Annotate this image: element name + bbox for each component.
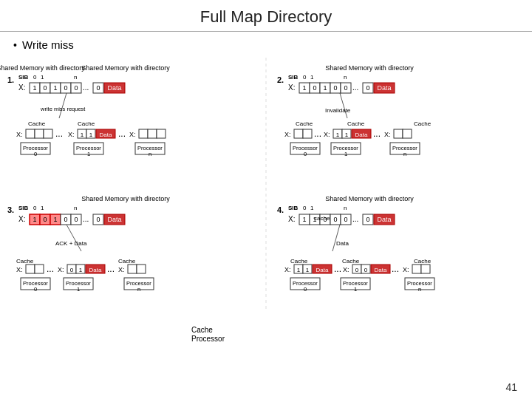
svg-rect-201 (421, 265, 430, 273)
svg-text:Data: Data (316, 267, 329, 273)
svg-text:Write miss: Write miss (22, 38, 74, 51)
svg-text:...: ... (392, 264, 399, 274)
svg-text:0: 0 (74, 84, 78, 92)
svg-text:X:: X: (118, 266, 125, 273)
svg-text:Shared Memory with directory: Shared Memory with directory (0, 64, 85, 72)
svg-text:1.: 1. (7, 75, 14, 84)
svg-text:0: 0 (34, 286, 37, 293)
svg-text:n: n (344, 205, 347, 211)
svg-line-77 (340, 93, 347, 118)
svg-text:0: 0 (364, 267, 368, 273)
svg-text:0: 0 (96, 84, 100, 92)
svg-rect-132 (26, 265, 35, 273)
svg-text:Cache: Cache (118, 258, 136, 265)
svg-text:1: 1 (33, 84, 36, 92)
svg-text:2.: 2. (277, 75, 284, 84)
svg-rect-32 (44, 129, 52, 138)
svg-text:...: ... (83, 83, 89, 92)
svg-text:0: 0 (64, 84, 67, 92)
svg-text:SIB: SIB (18, 74, 29, 81)
svg-text:X:: X: (324, 131, 330, 138)
svg-text:Invalidate: Invalidate (325, 107, 351, 114)
svg-text:1: 1 (41, 205, 44, 211)
svg-text:Cache: Cache (16, 258, 34, 265)
svg-text:Data: Data (377, 216, 391, 223)
svg-text:Shared Memory with directory: Shared Memory with directory (325, 195, 414, 202)
svg-line-178 (332, 225, 340, 251)
svg-text:...: ... (352, 83, 358, 92)
svg-text:X:: X: (16, 266, 23, 273)
svg-text:Data: Data (107, 216, 121, 223)
svg-text:...: ... (83, 215, 89, 223)
svg-text:...: ... (314, 129, 321, 139)
svg-text:1: 1 (81, 132, 84, 138)
svg-text:Data: Data (336, 240, 349, 247)
svg-text:X:: X: (284, 131, 291, 138)
svg-text:cache: cache (314, 215, 330, 222)
svg-text:0: 0 (43, 84, 47, 92)
svg-text:1: 1 (310, 74, 314, 81)
svg-text:1: 1 (41, 74, 44, 81)
svg-text:1: 1 (306, 267, 310, 273)
page-title: Full Map Directory (0, 0, 532, 32)
svg-text:write miss request: write miss request (40, 106, 86, 112)
svg-text:...: ... (334, 264, 341, 274)
svg-text:1: 1 (345, 132, 349, 138)
svg-text:0: 0 (303, 205, 307, 211)
svg-text:X:: X: (16, 131, 23, 138)
svg-text:•: • (13, 39, 17, 51)
svg-text:Shared Memory with directory: Shared Memory with directory (81, 64, 170, 72)
svg-rect-84 (303, 129, 312, 138)
svg-text:0: 0 (70, 267, 74, 273)
svg-text:Cache: Cache (78, 120, 95, 127)
svg-text:Cache: Cache (414, 258, 432, 265)
svg-text:n: n (74, 74, 77, 81)
svg-text:Data: Data (355, 132, 368, 138)
svg-text:X:: X: (18, 215, 25, 223)
svg-rect-146 (137, 265, 146, 273)
svg-text:X:: X: (384, 131, 391, 138)
svg-text:4.: 4. (277, 205, 284, 214)
svg-text:X:: X: (284, 266, 291, 273)
svg-text:0: 0 (355, 267, 359, 273)
svg-text:0: 0 (304, 286, 307, 293)
svg-text:1: 1 (53, 216, 57, 223)
svg-text:0: 0 (366, 84, 369, 92)
svg-text:...: ... (373, 129, 381, 139)
svg-text:X:: X: (68, 131, 75, 138)
svg-rect-83 (294, 129, 303, 138)
svg-rect-133 (35, 265, 44, 273)
svg-text:...: ... (352, 215, 358, 223)
svg-text:Data: Data (89, 267, 102, 273)
svg-text:1: 1 (53, 84, 57, 92)
svg-text:Shared Memory with directory: Shared Memory with directory (325, 64, 414, 72)
svg-text:n: n (403, 151, 406, 157)
svg-text:0: 0 (64, 216, 67, 223)
svg-text:...: ... (47, 264, 54, 274)
svg-rect-145 (128, 265, 137, 273)
svg-text:X:: X: (18, 83, 25, 92)
svg-text:X:: X: (403, 266, 409, 273)
svg-text:ACK + Data: ACK + Data (55, 240, 87, 247)
svg-text:Data: Data (377, 84, 391, 92)
svg-text:n: n (137, 286, 140, 293)
svg-text:3.: 3. (7, 205, 14, 214)
svg-text:0: 0 (333, 84, 337, 92)
svg-text:SIB: SIB (288, 205, 299, 211)
svg-text:1: 1 (79, 267, 83, 273)
svg-text:1: 1 (354, 286, 357, 293)
svg-text:0: 0 (344, 216, 347, 223)
page-number: 41 (505, 381, 517, 393)
svg-text:1: 1 (89, 132, 93, 138)
svg-text:Data: Data (375, 267, 387, 273)
svg-text:...: ... (55, 129, 63, 139)
svg-text:1: 1 (344, 151, 347, 157)
svg-text:1: 1 (302, 84, 306, 92)
svg-text:Shared Memory with directory: Shared Memory with directory (81, 195, 170, 202)
svg-text:0: 0 (333, 216, 337, 223)
svg-text:1: 1 (77, 286, 80, 293)
svg-text:Cache: Cache (414, 120, 432, 127)
svg-text:1: 1 (336, 132, 340, 138)
svg-rect-200 (412, 265, 421, 273)
svg-text:1: 1 (297, 267, 301, 273)
